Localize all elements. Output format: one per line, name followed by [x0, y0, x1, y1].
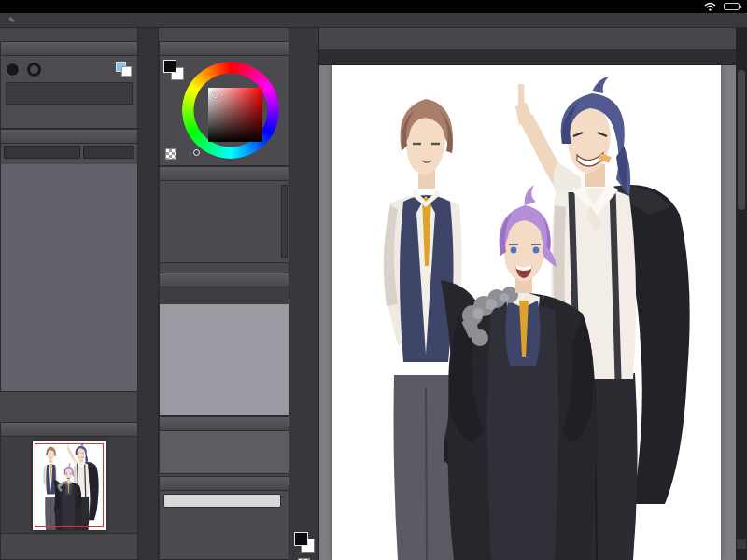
layer-list [0, 164, 138, 392]
wifi-icon [704, 2, 716, 11]
sub-tool-header[interactable] [159, 273, 289, 287]
sub-tool-list [159, 304, 289, 416]
document-tab[interactable] [319, 50, 747, 65]
blend-mode-dropdown[interactable] [4, 146, 80, 159]
brush-size-panel [159, 416, 289, 474]
canvas-page[interactable] [332, 65, 721, 560]
border-effect-icon[interactable] [6, 63, 20, 77]
transparent-color-chip[interactable] [165, 148, 176, 160]
layer-opacity-control[interactable] [83, 146, 134, 159]
layer-property-empty-area [6, 82, 133, 105]
navigator-thumbnail[interactable] [33, 441, 106, 530]
navigator-view-rectangle[interactable] [35, 443, 104, 527]
scrollbar-thumb[interactable] [738, 70, 745, 210]
tool-strip [289, 28, 319, 560]
layer-property-header[interactable] [0, 41, 138, 56]
color-set-header[interactable] [159, 166, 289, 181]
battery-icon [724, 3, 740, 10]
main-color-chip[interactable] [294, 532, 308, 546]
hue-marker[interactable] [193, 149, 200, 156]
canvas-illustration [332, 65, 721, 560]
status-bar [0, 0, 747, 13]
side-icon-strip [138, 28, 159, 560]
tool-property-header[interactable] [159, 476, 289, 491]
scrollbar-corner [737, 539, 746, 549]
layer-panel-header[interactable] [0, 129, 138, 144]
canvas-viewport[interactable] [319, 65, 736, 560]
menu-bar: ✎ [0, 13, 747, 28]
main-color-chip[interactable] [163, 60, 176, 73]
border-effect-ring-icon[interactable] [27, 63, 41, 77]
color-circle-panel [159, 41, 289, 166]
expression-color-thumbnail[interactable] [116, 62, 133, 77]
brush-size-header[interactable] [159, 416, 289, 431]
swatch-scrollbar[interactable] [281, 185, 288, 258]
sv-marker[interactable] [212, 91, 218, 98]
tool-property-panel [159, 476, 289, 560]
navigator-header[interactable] [0, 422, 138, 437]
app-icon[interactable]: ✎ [4, 16, 21, 25]
command-bar [319, 28, 747, 50]
layer-property-panel [0, 41, 138, 129]
sub-tool-panel [159, 273, 289, 416]
clip-studio-paint-window: ✎ [0, 0, 747, 560]
color-chips [163, 60, 188, 84]
canvas-scrollbar[interactable] [736, 28, 747, 560]
navigator-panel [0, 422, 138, 560]
layer-panel [0, 129, 138, 392]
color-circle-header[interactable] [159, 41, 289, 56]
selected-subtool-name [163, 494, 281, 508]
color-set-panel [159, 166, 289, 274]
